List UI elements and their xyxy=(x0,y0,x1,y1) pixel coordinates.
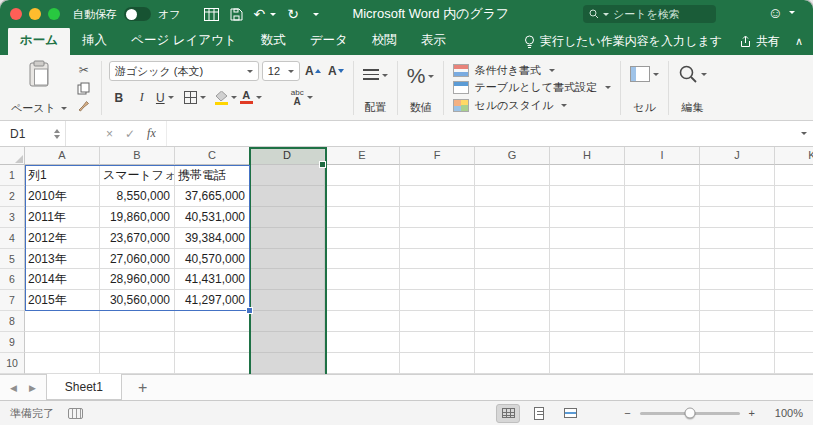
cell-C9[interactable] xyxy=(175,332,250,353)
cell-B1[interactable]: スマートフォン xyxy=(100,165,175,186)
cell-C2[interactable]: 37,665,000 xyxy=(175,186,250,207)
cell-C8[interactable] xyxy=(175,311,250,332)
feedback-button[interactable]: ☺ xyxy=(768,4,795,21)
cell-E9[interactable] xyxy=(325,332,400,353)
cell-J2[interactable] xyxy=(700,186,775,207)
cell-G8[interactable] xyxy=(475,311,550,332)
row-header-4[interactable]: 4 xyxy=(0,228,25,249)
cancel-button[interactable]: × xyxy=(106,127,113,141)
cell-I8[interactable] xyxy=(625,311,700,332)
cell-C5[interactable]: 40,570,000 xyxy=(175,249,250,270)
cell-K3[interactable] xyxy=(775,207,813,228)
editing-button[interactable] xyxy=(678,64,707,84)
cell-A6[interactable]: 2014年 xyxy=(25,269,100,290)
select-all-button[interactable] xyxy=(0,147,25,165)
share-button[interactable]: 共有 xyxy=(739,33,780,50)
cell-F2[interactable] xyxy=(400,186,475,207)
undo-button[interactable]: ↶ xyxy=(254,7,277,21)
row-header-3[interactable]: 3 xyxy=(0,207,25,228)
cell-J5[interactable] xyxy=(700,249,775,270)
tab-review[interactable]: 校閲 xyxy=(360,27,409,55)
insert-function-button[interactable]: fx xyxy=(147,126,156,141)
font-name-select[interactable]: 游ゴシック (本文) xyxy=(109,61,259,81)
paste-button[interactable]: ペースト xyxy=(6,59,72,117)
cell-E10[interactable] xyxy=(325,353,400,374)
redo-button[interactable]: ↻ xyxy=(287,7,299,21)
cell-E8[interactable] xyxy=(325,311,400,332)
cell-I4[interactable] xyxy=(625,228,700,249)
cell-K5[interactable] xyxy=(775,249,813,270)
column-header-J[interactable]: J xyxy=(700,147,775,165)
cell-E4[interactable] xyxy=(325,228,400,249)
row-header-2[interactable]: 2 xyxy=(0,186,25,207)
cell-styles-button[interactable]: セルのスタイル xyxy=(453,97,611,114)
column-header-C[interactable]: C xyxy=(175,147,250,165)
tab-page-layout[interactable]: ページ レイアウト xyxy=(119,27,249,55)
expand-formula-bar-button[interactable] xyxy=(791,121,813,146)
cell-H8[interactable] xyxy=(550,311,625,332)
decrease-font-button[interactable]: A xyxy=(326,62,346,81)
cell-A3[interactable]: 2011年 xyxy=(25,207,100,228)
cell-C10[interactable] xyxy=(175,353,250,374)
cell-G5[interactable] xyxy=(475,249,550,270)
row-header-1[interactable]: 1 xyxy=(0,165,25,186)
cell-I7[interactable] xyxy=(625,290,700,311)
cell-J6[interactable] xyxy=(700,269,775,290)
cell-I10[interactable] xyxy=(625,353,700,374)
conditional-formatting-button[interactable]: 条件付き書式 xyxy=(453,62,611,79)
cell-E1[interactable] xyxy=(325,165,400,186)
enter-button[interactable]: ✓ xyxy=(125,127,135,141)
cell-H10[interactable] xyxy=(550,353,625,374)
cell-H6[interactable] xyxy=(550,269,625,290)
cell-E3[interactable] xyxy=(325,207,400,228)
cell-B6[interactable]: 28,960,000 xyxy=(100,269,175,290)
copy-button[interactable] xyxy=(74,79,94,97)
column-header-A[interactable]: A xyxy=(25,147,100,165)
font-color-button[interactable]: A xyxy=(240,88,262,107)
cell-G9[interactable] xyxy=(475,332,550,353)
cell-A9[interactable] xyxy=(25,332,100,353)
cell-K1[interactable] xyxy=(775,165,813,186)
cell-G10[interactable] xyxy=(475,353,550,374)
formula-input[interactable] xyxy=(166,121,791,146)
cell-D7[interactable] xyxy=(250,290,325,311)
cell-H5[interactable] xyxy=(550,249,625,270)
font-size-select[interactable]: 12 xyxy=(262,61,300,81)
fill-color-button[interactable] xyxy=(215,88,237,107)
collapse-ribbon-button[interactable]: ∧ xyxy=(795,35,803,48)
cell-K10[interactable] xyxy=(775,353,813,374)
cell-D5[interactable] xyxy=(250,249,325,270)
cell-K6[interactable] xyxy=(775,269,813,290)
next-sheet-button[interactable]: ▶ xyxy=(29,383,36,393)
tab-home[interactable]: ホーム xyxy=(8,27,70,55)
cell-D1[interactable] xyxy=(250,165,325,186)
phonetic-guide-button[interactable]: abcA xyxy=(291,88,313,107)
cell-F3[interactable] xyxy=(400,207,475,228)
cell-E2[interactable] xyxy=(325,186,400,207)
cell-I3[interactable] xyxy=(625,207,700,228)
close-window-button[interactable] xyxy=(10,8,22,20)
underline-button[interactable]: U xyxy=(155,88,175,107)
column-header-B[interactable]: B xyxy=(100,147,175,165)
cell-F5[interactable] xyxy=(400,249,475,270)
tell-me-button[interactable]: 実行したい作業内容を入力します xyxy=(524,33,722,50)
row-header-8[interactable]: 8 xyxy=(0,311,25,332)
autosave-toggle[interactable] xyxy=(124,7,151,21)
cell-A4[interactable]: 2012年 xyxy=(25,228,100,249)
cell-B3[interactable]: 19,860,000 xyxy=(100,207,175,228)
cell-G2[interactable] xyxy=(475,186,550,207)
cell-E5[interactable] xyxy=(325,249,400,270)
page-layout-view-button[interactable] xyxy=(527,404,551,423)
zoom-slider[interactable] xyxy=(640,412,740,415)
cell-J8[interactable] xyxy=(700,311,775,332)
cell-D2[interactable] xyxy=(250,186,325,207)
cell-C6[interactable]: 41,431,000 xyxy=(175,269,250,290)
add-sheet-button[interactable]: + xyxy=(138,380,147,396)
previous-sheet-button[interactable]: ◀ xyxy=(10,383,17,393)
cell-J10[interactable] xyxy=(700,353,775,374)
cell-H4[interactable] xyxy=(550,228,625,249)
column-header-D[interactable]: D xyxy=(250,147,325,165)
cell-D6[interactable] xyxy=(250,269,325,290)
name-box-stepper[interactable] xyxy=(54,129,60,139)
tab-insert[interactable]: 挿入 xyxy=(70,27,119,55)
